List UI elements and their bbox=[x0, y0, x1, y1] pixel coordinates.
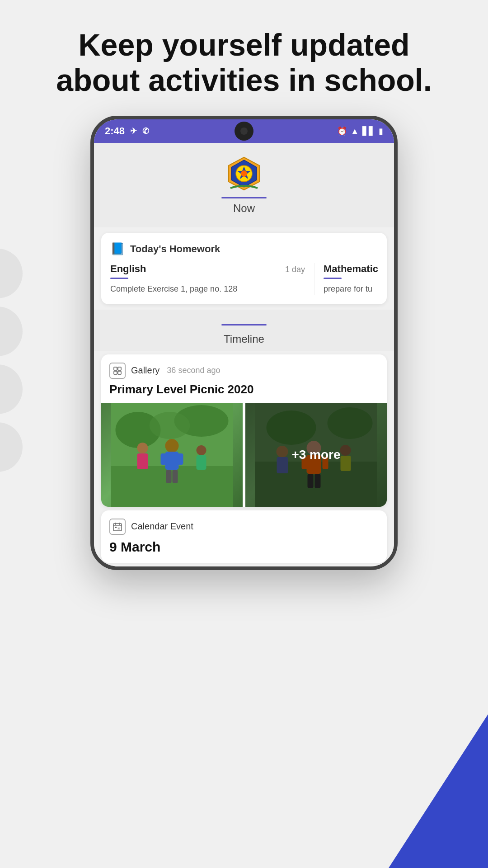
subject-mathematics: Mathematic prepare for tu bbox=[314, 263, 378, 295]
svg-point-14 bbox=[165, 439, 179, 453]
phone-mockup: 2:48 ✈ ✆ ⏰ ▲ ▋▋ ▮ bbox=[0, 116, 488, 570]
svg-point-4 bbox=[241, 170, 247, 177]
bg-triangle-decoration bbox=[389, 714, 488, 868]
homework-card-header: 📘 Today's Homework bbox=[110, 242, 378, 256]
page-headline: Keep yourself updated about activities i… bbox=[36, 27, 452, 98]
now-tab-label[interactable]: Now bbox=[233, 202, 255, 220]
svg-text:27: 27 bbox=[117, 527, 121, 530]
calendar-card: 27 Calendar Event 9 March bbox=[101, 510, 387, 563]
homework-card-title: Today's Homework bbox=[130, 243, 220, 255]
app-content: Now 📘 Today's Homework English 1 day bbox=[94, 143, 394, 562]
homework-icon: 📘 bbox=[110, 242, 125, 256]
status-bar-left: 2:48 ✈ ✆ bbox=[105, 125, 149, 137]
svg-rect-10 bbox=[111, 466, 233, 507]
school-logo bbox=[226, 156, 262, 192]
camera-dot bbox=[240, 127, 248, 135]
gallery-time-ago: 36 second ago bbox=[167, 366, 220, 375]
svg-rect-19 bbox=[173, 470, 178, 483]
timeline-tab-underline bbox=[221, 324, 267, 326]
svg-rect-8 bbox=[118, 371, 121, 374]
math-description: prepare for tu bbox=[324, 283, 378, 295]
calendar-icon: 27 bbox=[109, 519, 126, 535]
alarm-icon: ⏰ bbox=[337, 126, 347, 136]
page-header: Keep yourself updated about activities i… bbox=[0, 0, 488, 116]
calendar-event-label: Calendar Event bbox=[131, 521, 193, 532]
gallery-images-row[interactable]: +3 more bbox=[101, 403, 387, 507]
svg-rect-5 bbox=[114, 367, 117, 370]
gallery-image-2[interactable]: +3 more bbox=[245, 403, 387, 507]
homework-card: 📘 Today's Homework English 1 day Complet… bbox=[101, 233, 387, 304]
timeline-section: Timeline bbox=[94, 310, 394, 351]
svg-point-22 bbox=[197, 445, 206, 455]
now-tab-underline bbox=[221, 197, 267, 198]
svg-rect-42 bbox=[115, 527, 117, 528]
svg-rect-18 bbox=[166, 470, 172, 483]
svg-rect-15 bbox=[165, 452, 179, 470]
status-bar-right: ⏰ ▲ ▋▋ ▮ bbox=[337, 126, 383, 136]
english-subject-name: English bbox=[110, 263, 146, 275]
gallery-label: Gallery bbox=[131, 365, 160, 376]
svg-rect-16 bbox=[161, 453, 166, 465]
gallery-icon bbox=[109, 363, 126, 379]
gallery-card: Gallery 36 second ago Primary Level Picn… bbox=[101, 354, 387, 507]
svg-point-20 bbox=[137, 443, 148, 453]
messages-icon: ✈ bbox=[130, 126, 137, 136]
battery-icon: ▮ bbox=[379, 126, 383, 136]
subject-english: English 1 day Complete Exercise 1, page … bbox=[110, 263, 314, 295]
svg-rect-6 bbox=[118, 367, 121, 370]
svg-rect-7 bbox=[114, 371, 117, 374]
status-time: 2:48 bbox=[105, 125, 125, 137]
signal-icon: ▋▋ bbox=[362, 126, 375, 136]
camera-notch bbox=[235, 122, 253, 141]
gallery-more-overlay[interactable]: +3 more bbox=[245, 403, 387, 507]
timeline-tab-label[interactable]: Timeline bbox=[224, 329, 264, 345]
status-bar: 2:48 ✈ ✆ ⏰ ▲ ▋▋ ▮ bbox=[94, 119, 394, 143]
svg-point-13 bbox=[150, 412, 190, 439]
math-header-row: Mathematic bbox=[324, 263, 378, 278]
gallery-image-1[interactable] bbox=[101, 403, 243, 507]
english-underline bbox=[110, 278, 128, 279]
school-section: Now bbox=[94, 143, 394, 227]
subjects-row: English 1 day Complete Exercise 1, page … bbox=[110, 263, 378, 295]
whatsapp-icon: ✆ bbox=[142, 126, 149, 136]
wifi-icon: ▲ bbox=[351, 127, 359, 136]
english-header-row: English 1 day bbox=[110, 263, 305, 278]
svg-rect-21 bbox=[137, 453, 148, 469]
calendar-card-header: 27 Calendar Event bbox=[109, 519, 379, 535]
english-due: 1 day bbox=[285, 265, 305, 274]
calendar-event-date: 9 March bbox=[109, 539, 379, 555]
svg-rect-23 bbox=[197, 455, 206, 470]
gallery-card-header: Gallery 36 second ago bbox=[109, 363, 379, 379]
math-subject-name: Mathematic bbox=[324, 263, 378, 275]
english-description: Complete Exercise 1, page no. 128 bbox=[110, 283, 305, 295]
math-underline bbox=[324, 278, 342, 279]
phone-frame: 2:48 ✈ ✆ ⏰ ▲ ▋▋ ▮ bbox=[90, 116, 398, 570]
gallery-event-title: Primary Level Picnic 2020 bbox=[109, 382, 379, 396]
svg-rect-17 bbox=[178, 453, 183, 465]
